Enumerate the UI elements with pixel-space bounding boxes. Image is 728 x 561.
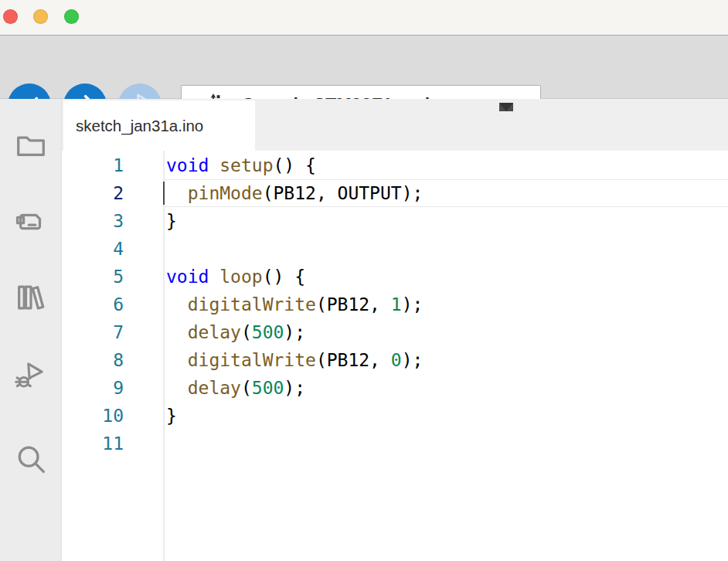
code-text: } <box>163 402 177 430</box>
line-number[interactable]: 2 <box>62 179 163 207</box>
tab-label: sketch_jan31a.ino <box>63 117 203 135</box>
code-text: digitalWrite(PB12, 0); <box>163 346 423 374</box>
close-window-button[interactable] <box>3 9 18 24</box>
code-text: void loop() { <box>163 263 305 291</box>
sidebar-item-sketchbook[interactable] <box>13 129 49 165</box>
search-icon <box>13 441 49 480</box>
activity-sidebar <box>0 99 62 561</box>
minimize-window-button[interactable] <box>33 9 48 24</box>
sidebar-item-search[interactable] <box>13 443 49 478</box>
folder-icon <box>13 128 49 166</box>
line-number[interactable]: 8 <box>62 346 163 374</box>
sidebar-item-debug[interactable] <box>13 359 49 394</box>
line-number[interactable]: 11 <box>62 430 163 457</box>
window-titlebar[interactable] <box>0 0 728 35</box>
code-text: pinMode(PB12, OUTPUT); <box>163 179 423 207</box>
line-number[interactable]: 10 <box>62 402 163 430</box>
zoom-window-button[interactable] <box>64 9 79 24</box>
sidebar-item-library-manager[interactable] <box>13 281 49 317</box>
line-number[interactable]: 3 <box>62 207 163 235</box>
code-line[interactable]: 3} <box>62 207 728 235</box>
code-text: delay(500); <box>163 374 305 402</box>
dropdown-caret-icon <box>499 103 513 111</box>
code-line[interactable]: 8 digitalWrite(PB12, 0); <box>62 346 728 374</box>
arduino-ide-window: Generic STM32F1 series <box>0 0 728 561</box>
code-line[interactable]: 10} <box>62 402 728 430</box>
code-text: void setup() { <box>163 151 316 179</box>
main-area: sketch_jan31a.ino 1void setup() {2 pinMo… <box>0 99 728 561</box>
code-lines: 1void setup() {2 pinMode(PB12, OUTPUT);3… <box>62 151 728 457</box>
line-number[interactable]: 6 <box>62 291 163 318</box>
editor-column: sketch_jan31a.ino 1void setup() {2 pinMo… <box>62 99 728 561</box>
code-text: delay(500); <box>163 318 305 346</box>
books-icon <box>13 280 49 318</box>
line-number[interactable]: 4 <box>62 235 163 263</box>
code-line[interactable]: 5void loop() { <box>62 263 728 291</box>
tab-sketch[interactable]: sketch_jan31a.ino <box>63 100 255 151</box>
tab-bar: sketch_jan31a.ino <box>62 99 728 151</box>
code-line[interactable]: 1void setup() { <box>62 151 728 179</box>
code-text: } <box>163 207 177 235</box>
code-text: digitalWrite(PB12, 1); <box>163 291 423 318</box>
toolbar: Generic STM32F1 series <box>0 35 728 99</box>
code-editor[interactable]: 1void setup() {2 pinMode(PB12, OUTPUT);3… <box>62 151 728 561</box>
debug-icon <box>13 357 49 396</box>
board-icon <box>13 203 49 242</box>
code-line[interactable]: 11 <box>62 430 728 457</box>
code-line[interactable]: 4 <box>62 235 728 263</box>
code-line[interactable]: 9 delay(500); <box>62 374 728 402</box>
code-line[interactable]: 6 digitalWrite(PB12, 1); <box>62 291 728 318</box>
code-line[interactable]: 2 pinMode(PB12, OUTPUT); <box>62 179 728 207</box>
line-number[interactable]: 5 <box>62 263 163 291</box>
code-text <box>163 430 166 457</box>
line-number[interactable]: 7 <box>62 318 163 346</box>
text-cursor <box>163 182 165 205</box>
code-text <box>163 235 166 263</box>
line-number[interactable]: 9 <box>62 374 163 402</box>
code-line[interactable]: 7 delay(500); <box>62 318 728 346</box>
sidebar-item-boards-manager[interactable] <box>13 205 49 240</box>
line-number[interactable]: 1 <box>62 151 163 179</box>
